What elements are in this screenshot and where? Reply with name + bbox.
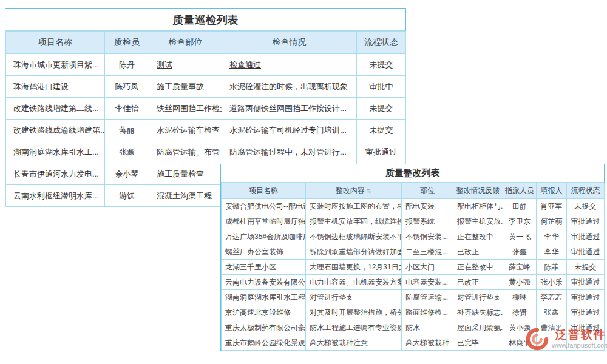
rectify-table-title: 质量整改列表 [221,164,604,183]
rectify-col-content[interactable]: 整改内容⇅ [306,183,402,199]
project-name-link[interactable]: 龙湖三千里小区 [222,260,306,275]
rectify-part-cell: 防腐管运输... [402,290,453,305]
rectify-row: 螺丝厂办公室装饰 拆除到承重墙部分请做好加固... 二至三楼混... 已改正 张… [222,244,605,260]
status-badge[interactable]: 审批通过 [567,290,605,305]
project-name-link[interactable]: 重庆太极制药有限公司毫州中... [222,320,306,335]
rectify-content-cell: 大理石围墙更换，12月31日之... [306,260,402,275]
inspection-location-cell: 水泥砼运输车检查 [149,120,222,141]
project-name-link[interactable]: 重庆市鹅岭公园绿化景观提升... [222,335,306,351]
filler-name[interactable]: 李华 [537,244,567,260]
assignee-name[interactable]: 田静 [503,199,537,214]
rectify-content-cell: 电力电容器、电机器安装方案... [306,275,402,290]
inspection-location-cell: 铁丝网围挡工作检查 [149,98,222,120]
rectify-part-cell: 路面维修检... [402,305,453,320]
project-name-link[interactable]: 珠海鹤港口建设 [6,76,105,98]
assignee-name[interactable]: 薛宝峰 [503,260,537,275]
inspection-header-row: 项目名称 质检员 检查部位 检查情况 流程状态 [6,32,406,54]
project-name-link[interactable]: 改建铁路线增建第二线... [6,98,105,120]
rectify-feedback-cell: 正在整改中 [453,229,503,244]
project-name-link[interactable]: 云南电力设备安装有限公司20... [222,275,306,290]
inspection-col-project: 项目名称 [6,32,105,54]
project-name-link[interactable]: 安徽合肥供电公司--配电设备... [222,199,306,214]
inspector-name[interactable]: 陈丹 [105,54,149,76]
filler-name[interactable]: 肖亚军 [537,199,567,214]
rectify-content-cell: 对管进行垫支 [306,290,402,305]
rectify-row: 云南电力设备安装有限公司20... 电力电容器、电机器安装方案... 电容器安装… [222,275,605,290]
project-name-link[interactable]: 万达广场35#会所及咖啡厅空... [222,229,306,244]
inspection-location-cell: 测试 [149,54,222,76]
status-badge[interactable]: 未提交 [357,54,406,76]
inspector-name[interactable]: 蒋丽 [105,120,149,141]
status-badge[interactable]: 未提交 [357,120,406,141]
project-name-link[interactable]: 湖南洞庭湖水库引水工... [6,141,105,163]
status-badge[interactable]: 审批通过 [567,214,605,229]
project-name-link[interactable]: 珠海市城市更新项目紫... [6,54,105,76]
inspection-col-situation: 检查情况 [222,32,357,54]
rectify-part-cell: 不锈钢安装... [402,229,453,244]
filler-name[interactable]: 张鑫 [537,305,567,320]
assignee-name[interactable]: 黄一飞 [503,229,537,244]
status-badge[interactable]: 未提交 [567,260,605,275]
status-badge[interactable]: 审批通过 [567,244,605,260]
rectify-part-cell: 电容器安装... [402,275,453,290]
inspection-row: 湖南洞庭湖水库引水工... 张鑫 防腐管运输、布管 防腐管运输过程中，未对管进行… [6,141,406,163]
inspector-name[interactable]: 陈巧凤 [105,76,149,98]
inspection-location-cell: 施工质量事故 [149,76,222,98]
project-name-link[interactable]: 改建铁路线成渝线增建第... [6,120,105,141]
assignee-name[interactable]: 黄小强 [503,275,537,290]
inspection-row: 珠海鹤港口建设 陈巧凤 施工质量事故 水泥砼灌注的时候，出现离析现象 审批中 [6,76,406,98]
rectify-row: 龙湖三千里小区 大理石围墙更换，12月31日之... 小区大门 正在整改中 薛宝… [222,260,605,275]
inspection-situation-cell: 水泥砼运输车司机经过专门培训... [222,120,357,141]
project-name-link[interactable]: 长春市伊通河水力发电... [6,163,105,185]
rectify-feedback-cell: 屋面采用聚氨... [453,320,503,335]
inspection-situation-cell: 水泥砼灌注的时候，出现离析现象 [222,76,357,98]
rectify-feedback-cell: 配电柜柜体与... [453,199,503,214]
rectify-feedback-cell: 已改正 [453,244,503,260]
sort-icon[interactable]: ⇅ [367,187,371,194]
inspector-name[interactable]: 游饫 [105,185,149,207]
rectify-header-row: 项目名称 整改内容⇅ 部位 整改情况反馈 指派人员 填报人 流程状态 [222,183,605,199]
filler-name[interactable]: 李若若 [537,290,567,305]
inspection-col-inspector: 质检员 [105,32,149,54]
rectify-col-status: 流程状态 [567,183,605,199]
inspection-col-status: 流程状态 [357,32,406,54]
status-badge[interactable]: 未提交 [357,98,406,120]
rectify-feedback-cell: 已完毕 [453,335,503,351]
inspection-location-cell: 混凝土沟渠工程 [149,185,222,207]
rectify-col-content-label: 整改内容 [336,186,365,195]
assignee-name[interactable]: 徐贤 [503,305,537,320]
project-name-link[interactable]: 螺丝厂办公室装饰 [222,244,306,260]
status-badge[interactable]: 审批中 [357,76,406,98]
inspector-name[interactable]: 李佳怡 [105,98,149,120]
rectify-table: 项目名称 整改内容⇅ 部位 整改情况反馈 指派人员 填报人 流程状态 安徽合肥供… [221,183,605,351]
filler-name[interactable]: 陈菲 [537,260,567,275]
project-name-link[interactable]: 云南水利枢纽潜明水库... [6,185,105,207]
status-badge[interactable]: 审批通过 [567,305,605,320]
rectify-row: 京沪高速北京段维修 对其及时开展整治措施，桥头... 路面维修检... 补齐缺失… [222,305,605,320]
project-name-link[interactable]: 湖南洞庭湖水库引水工程施工标 [222,290,306,305]
status-badge[interactable]: 审批通过 [567,229,605,244]
inspector-name[interactable]: 张鑫 [105,141,149,163]
project-name-link[interactable]: 成都杜甫草堂临时展厅独立展... [222,214,306,229]
rectify-col-feedback: 整改情况反馈 [453,183,503,199]
rectify-content-cell: 高大梯被栽种注意 [306,335,402,351]
filler-name[interactable]: 李华 [537,229,567,244]
inspection-row: 改建铁路线成渝线增建第... 蒋丽 水泥砼运输车检查 水泥砼运输车司机经过专门培… [6,120,406,141]
rectify-feedback-cell: 已改正 [453,275,503,290]
rectify-part-cell: 防水 [402,320,453,335]
assignee-name[interactable]: 柳琳 [503,290,537,305]
assignee-name[interactable]: 李卫东 [503,214,537,229]
assignee-name[interactable]: 张鑫 [503,244,537,260]
status-badge[interactable]: 未提交 [567,199,605,214]
status-badge[interactable]: 审批通过 [357,141,406,163]
rectify-content-cell: 安装时应按施工图的布置，将... [306,199,402,214]
filler-name[interactable]: 何芷萌 [537,214,567,229]
filler-name[interactable]: 张小乐 [537,275,567,290]
inspector-name[interactable]: 余小琴 [105,163,149,185]
status-badge[interactable]: 审批通过 [567,275,605,290]
rectify-part-cell: 二至三楼混... [402,244,453,260]
rectify-col-assignee: 指派人员 [503,183,537,199]
project-name-link[interactable]: 京沪高速北京段维修 [222,305,306,320]
inspection-row: 改建铁路线增建第二线... 李佳怡 铁丝网围挡工作检查 道路两侧铁丝网围挡工作按… [6,98,406,120]
rectify-row: 成都杜甫草堂临时展厅独立展... 报警主机安放牢固，线缆连接... 报警系统 报… [222,214,605,229]
